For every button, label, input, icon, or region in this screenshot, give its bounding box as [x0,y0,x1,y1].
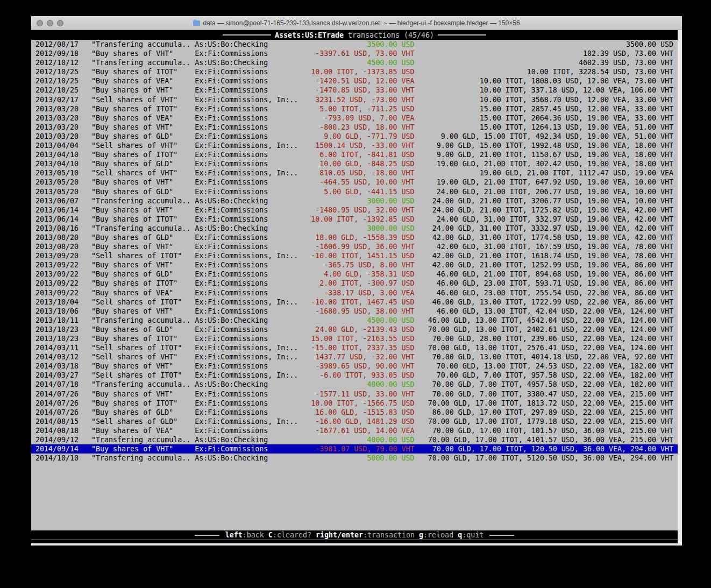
transaction-description: "Buy shares of GLD" [91,132,195,141]
transaction-row[interactable]: 2013/10/23"Buy shares of GLD"Ex:Fi:Commi… [31,325,678,334]
transaction-row[interactable]: 2012/08/17"Transfering accumula..As:US:B… [31,40,678,49]
transaction-account: Ex:Fi:Commissions [195,325,302,334]
transaction-balance: 70.00 GLD, 13.00 ITOT, 2576.41 USD, 22.0… [414,343,678,352]
transaction-balance: 70.00 GLD, 13.00 ITOT, 2402.61 USD, 22.0… [414,325,678,334]
transaction-row[interactable]: 2014/07/26"Buy shares of VHT"Ex:Fi:Commi… [31,389,678,399]
transaction-row[interactable]: 2014/03/12"Sell shares of VHT"Ex:Fi:Comm… [31,352,678,362]
transaction-row[interactable]: 2013/04/10"Buy shares of GLD"Ex:Fi:Commi… [31,159,678,168]
close-button[interactable] [37,20,43,26]
transaction-row[interactable]: 2014/10/10"Transfering accumula..As:US:B… [31,454,678,463]
transaction-balance: 70.00 GLD, 17.00 ITOT, 1779.18 USD, 22.0… [414,417,678,426]
transaction-change: 5000.00 USD [302,454,414,463]
transaction-account: Ex:Fi:Commissions [195,150,302,159]
transaction-row[interactable]: 2013/04/04"Sell shares of VHT"Ex:Fi:Comm… [31,141,678,150]
scrollbar[interactable] [678,30,682,543]
transaction-row[interactable]: 2013/09/22"Buy shares of VHT"Ex:Fi:Commi… [31,260,678,270]
transaction-change: 3231.52 USD, -73.00 VHT [302,95,414,104]
transaction-description: "Buy shares of GLD" [91,270,195,279]
transaction-balance: 19.00 GLD, 21.00 ITOT, 302.42 USD, 19.00… [414,159,678,168]
transaction-balance: 42.00 GLD, 31.00 ITOT, 1774.58 USD, 19.0… [414,233,678,242]
transaction-description: "Transfering accumula.. [91,196,195,206]
transaction-row[interactable]: 2013/08/20"Buy shares of GLD"Ex:Fi:Commi… [31,233,678,242]
transaction-row[interactable]: 2013/03/20"Buy shares of VHT"Ex:Fi:Commi… [31,123,678,132]
transaction-change: 4500.00 USD [302,58,414,67]
transaction-description: "Transfering accumula.. [91,454,195,463]
transaction-balance: 70.00 GLD, 7.00 ITOT, 957.58 USD, 22.00 … [414,371,678,380]
transaction-balance: 70.00 GLD, 17.00 ITOT, 4101.57 USD, 36.0… [414,435,678,444]
transaction-row[interactable]: 2014/08/18"Buy shares of VEA"Ex:Fi:Commi… [31,426,678,435]
transaction-change: 9.00 GLD, -771.79 USD [302,132,414,141]
transaction-description: "Buy shares of VEA" [91,76,195,86]
transaction-description: "Transfering accumula.. [91,435,195,444]
terminal-window: data — simon@pool-71-165-239-133.lsanca.… [31,16,682,546]
transaction-balance: 19.00 GLD, 21.00 ITOT, 1112.47 USD, 19.0… [414,168,678,178]
transaction-row[interactable]: 2013/09/22"Buy shares of GLD"Ex:Fi:Commi… [31,270,678,279]
transaction-row[interactable]: 2013/05/20"Buy shares of GLD"Ex:Fi:Commi… [31,187,678,196]
transaction-row[interactable]: 2013/03/20"Buy shares of GLD"Ex:Fi:Commi… [31,132,678,141]
transaction-date: 2013/09/22 [31,260,91,270]
transaction-row[interactable]: 2013/05/10"Sell shares of VHT"Ex:Fi:Comm… [31,168,678,178]
transaction-row[interactable]: 2013/09/22"Buy shares of ITOT"Ex:Fi:Comm… [31,279,678,288]
transaction-row[interactable]: 2013/10/11"Transfering accumula..As:US:B… [31,316,678,325]
transaction-row[interactable]: 2012/09/18"Buy shares of VHT"Ex:Fi:Commi… [31,49,678,58]
minimize-button[interactable] [47,20,53,26]
transaction-row[interactable]: 2013/08/16"Transfering accumula..As:US:B… [31,224,678,233]
transaction-account: Ex:Fi:Commissions [195,132,302,141]
keybinding-cleared: C:cleared? [268,531,311,539]
transaction-description: "Sell shares of ITOT" [91,251,195,260]
transaction-date: 2013/08/20 [31,242,91,251]
transaction-row[interactable]: 2014/07/26"Buy shares of GLD"Ex:Fi:Commi… [31,408,678,417]
transaction-row[interactable]: 2014/03/11"Sell shares of ITOT"Ex:Fi:Com… [31,343,678,352]
transaction-change: 15.00 ITOT, -2163.55 USD [302,334,414,343]
transaction-description: "Transfering accumula.. [91,316,195,325]
transaction-description: "Sell shares of ITOT" [91,297,195,307]
transaction-row[interactable]: 2013/06/07"Transfering accumula..As:US:B… [31,196,678,206]
transaction-description: "Buy shares of VEA" [91,114,195,123]
zoom-button[interactable] [57,20,63,26]
transaction-balance: 102.39 USD, 73.00 VHT [414,49,678,58]
transaction-row[interactable]: 2013/10/04"Sell shares of ITOT"Ex:Fi:Com… [31,297,678,307]
transaction-row[interactable]: 2014/08/15"Sell shares of GLD"Ex:Fi:Comm… [31,417,678,426]
transaction-account: Ex:Fi:Commissions [195,307,302,316]
transaction-balance: 70.00 GLD, 17.00 ITOT, 5120.50 USD, 36.0… [414,454,678,463]
transaction-row[interactable]: 2014/03/18"Buy shares of VHT"Ex:Fi:Commi… [31,362,678,371]
transaction-row[interactable]: 2012/10/12"Transfering accumula..As:US:B… [31,58,678,67]
transaction-row[interactable]: 2013/02/17"Sell shares of VHT"Ex:Fi:Comm… [31,95,678,104]
transaction-balance: 70.00 GLD, 17.00 ITOT, 101.57 USD, 36.00… [414,426,678,435]
transaction-row[interactable]: 2013/06/14"Buy shares of ITOT"Ex:Fi:Comm… [31,215,678,224]
keybindings-bar: left:back C:cleared? right/enter:transac… [31,530,678,540]
transaction-row[interactable]: 2013/05/20"Buy shares of VHT"Ex:Fi:Commi… [31,178,678,187]
transaction-change: 1500.14 USD, -33.00 VHT [302,141,414,150]
transaction-account: Ex:Fi:Commissions [195,233,302,242]
window-titlebar[interactable]: data — simon@pool-71-165-239-133.lsanca.… [31,16,682,30]
transaction-change: -3981.07 USD, 79.00 VHT [302,444,414,454]
transaction-account: Ex:Fi:Commissions [195,408,302,417]
transaction-row[interactable]: 2013/10/23"Buy shares of ITOT"Ex:Fi:Comm… [31,334,678,343]
transaction-change: -1480.95 USD, 32.00 VHT [302,206,414,215]
transaction-row[interactable]: 2014/03/27"Sell shares of ITOT"Ex:Fi:Com… [31,371,678,380]
window-title-group: data — simon@pool-71-165-239-133.lsanca.… [193,19,520,27]
transaction-row[interactable]: 2014/09/12"Transfering accumula..As:US:B… [31,435,678,444]
transaction-balance: 42.00 GLD, 21.00 ITOT, 1618.74 USD, 19.0… [414,251,678,260]
transaction-account: Ex:Fi:Commissions [195,288,302,297]
transaction-row[interactable]: 2014/07/26"Buy shares of ITOT"Ex:Fi:Comm… [31,399,678,408]
transaction-row[interactable]: 2014/07/18"Transfering accumula..As:US:B… [31,380,678,389]
transaction-row[interactable]: 2013/03/20"Buy shares of VEA"Ex:Fi:Commi… [31,114,678,123]
transaction-balance: 46.00 GLD, 23.00 ITOT, 593.71 USD, 19.00… [414,279,678,288]
transaction-row[interactable]: 2012/10/25"Buy shares of VEA"Ex:Fi:Commi… [31,76,678,86]
transaction-row[interactable]: 2013/06/14"Buy shares of VHT"Ex:Fi:Commi… [31,206,678,215]
transaction-row[interactable]: 2013/08/20"Buy shares of VHT"Ex:Fi:Commi… [31,242,678,251]
transaction-row[interactable]: 2014/09/14"Buy shares of VHT"Ex:Fi:Commi… [31,444,678,454]
transaction-row[interactable]: 2012/10/25"Buy shares of VHT"Ex:Fi:Commi… [31,86,678,95]
transaction-row[interactable]: 2013/03/20"Buy shares of ITOT"Ex:Fi:Comm… [31,104,678,114]
transaction-date: 2013/08/16 [31,224,91,233]
transaction-change: -800.23 USD, 18.00 VHT [302,123,414,132]
transaction-row[interactable]: 2013/10/06"Buy shares of VHT"Ex:Fi:Commi… [31,307,678,316]
transaction-date: 2014/07/26 [31,399,91,408]
transaction-row[interactable]: 2013/04/10"Buy shares of ITOT"Ex:Fi:Comm… [31,150,678,159]
transaction-row[interactable]: 2013/09/22"Buy shares of VEA"Ex:Fi:Commi… [31,288,678,297]
screen-header: Assets:US:ETrade transactions (45/46) [31,30,678,40]
transaction-row[interactable]: 2012/10/25"Buy shares of ITOT"Ex:Fi:Comm… [31,67,678,76]
transaction-change: 10.00 ITOT, -1373.85 USD [302,67,414,76]
transaction-row[interactable]: 2013/09/20"Sell shares of ITOT"Ex:Fi:Com… [31,251,678,260]
